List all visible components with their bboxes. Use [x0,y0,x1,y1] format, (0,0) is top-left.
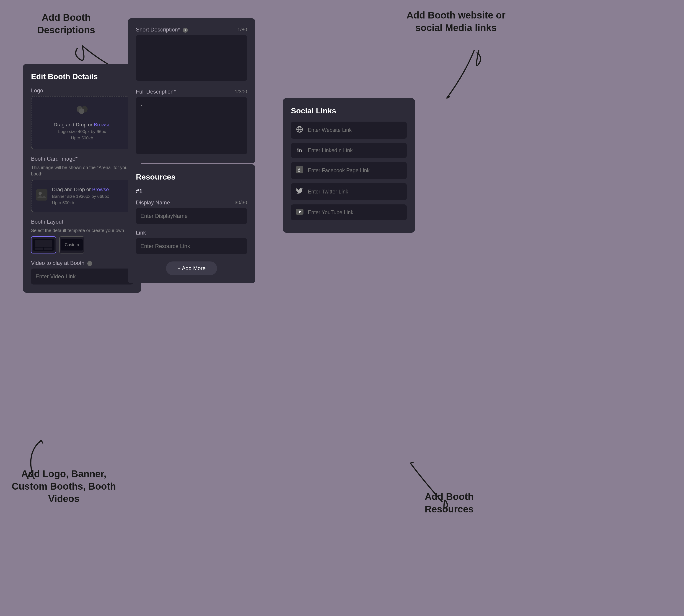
full-desc-section: Full Description* 1/300 . [136,89,247,155]
banner-size-text: Banner size 1936px by 668px [52,194,109,199]
layout-thumbnails: Custom [31,236,133,254]
youtube-icon [296,208,304,216]
mid-resources-panel: Resources #1 Display Name 30/30 Link + A… [128,164,255,283]
linkedin-icon: in [296,147,304,154]
svg-rect-8 [44,247,52,250]
layout-thumb-default-inner [32,239,54,251]
social-link-linkedin[interactable]: in [291,143,407,158]
logo-upload-text: Drag and Drop or Browse [36,122,128,128]
banner-text-col: Drag and Drop or Browse Banner size 1936… [52,186,109,205]
upload-icon [36,105,128,119]
svg-rect-7 [35,247,43,250]
booth-layout-section: Booth Layout Select the default template… [31,219,133,254]
add-more-button[interactable]: + Add More [166,261,217,275]
full-desc-textarea[interactable]: . [136,97,247,154]
resource-link-input[interactable] [136,238,247,254]
svg-rect-3 [36,189,47,201]
short-desc-info-icon: i [183,28,188,32]
mid-descriptions-panel: Short Description* i 1/80 Full Descripti… [128,18,255,163]
left-panel-edit-booth: Edit Booth Details Logo Drag and Drop or… [23,64,141,293]
video-input[interactable] [31,268,133,285]
linkedin-input[interactable] [308,147,402,154]
annotation-add-resources: Add Booth Resources [410,490,488,515]
booth-card-upload-box[interactable]: Drag and Drop or Browse Banner size 1936… [31,180,133,212]
banner-upto-text: Upto 500kb [52,200,109,205]
website-input[interactable] [308,127,402,133]
arrow-social [424,46,493,110]
layout-thumb-custom-inner: Custom [61,239,83,251]
booth-layout-subtitle: Select the default template or create yo… [31,227,133,234]
video-info-icon: i [87,261,92,266]
svg-point-4 [39,192,42,195]
full-desc-label-row: Full Description* 1/300 [136,89,247,95]
booth-card-subtitle: This image will be shown on the "Arena" … [31,164,133,177]
banner-browse-link[interactable]: Browse [92,186,109,192]
video-label: Video to play at Booth i [31,260,133,266]
social-link-youtube[interactable] [291,204,407,220]
display-name-input[interactable] [136,208,247,224]
social-link-facebook[interactable]: f [291,162,407,179]
logo-label: Logo [31,87,133,94]
full-desc-counter: 1/300 [235,89,247,95]
svg-text:f: f [298,167,300,173]
short-desc-section: Short Description* i 1/80 [136,26,247,82]
layout-thumb-custom-label: Custom [65,243,79,247]
facebook-icon: f [296,166,304,175]
annotation-add-logo-banner: Add Logo, Banner, Custom Booths, Booth V… [7,468,121,505]
website-icon [296,126,304,135]
resources-panel-title: Resources [136,173,247,181]
logo-upload-box[interactable]: Drag and Drop or Browse Logo size 400px … [31,96,133,149]
layout-thumb-default[interactable] [31,236,56,254]
social-link-twitter[interactable] [291,183,407,200]
logo-browse-link[interactable]: Browse [94,122,110,128]
booth-card-label: Booth Card Image* [31,156,133,162]
logo-upto-text: Upto 500kb [36,135,128,140]
banner-upload-icon [36,189,47,203]
short-desc-label-row: Short Description* i 1/80 [136,26,247,33]
svg-point-2 [79,108,84,114]
short-desc-textarea[interactable] [136,35,247,81]
facebook-input[interactable] [308,168,402,174]
layout-thumb-custom[interactable]: Custom [59,236,84,254]
social-link-website[interactable] [291,122,407,139]
logo-section: Logo Drag and Drop or Browse Logo size 4… [31,87,133,149]
booth-card-section: Booth Card Image* This image will be sho… [31,156,133,212]
twitter-input[interactable] [308,189,402,195]
annotation-add-booth-descriptions: Add Booth Descriptions [27,12,105,36]
short-desc-label: Short Description* i [136,26,188,33]
left-panel-title: Edit Booth Details [31,72,133,81]
display-name-counter: 30/30 [235,200,247,205]
right-social-panel: Social Links in f [283,98,415,233]
annotation-add-website-social: Add Booth website or social Media links [401,9,511,34]
resource-number: #1 [136,188,247,195]
logo-size-text: Logo size 400px by 96px [36,129,128,134]
resource-link-section: Link [136,229,247,254]
display-name-label-row: Display Name 30/30 [136,199,247,206]
youtube-input[interactable] [308,210,402,216]
display-name-section: Display Name 30/30 [136,199,247,224]
booth-layout-label: Booth Layout [31,219,133,225]
display-name-label: Display Name [136,199,170,206]
short-desc-counter: 1/80 [237,27,247,32]
full-desc-label: Full Description* [136,89,176,95]
banner-upload-text: Drag and Drop or Browse [52,186,109,193]
resource-link-label: Link [136,229,247,236]
social-panel-title: Social Links [291,106,407,115]
video-section: Video to play at Booth i [31,260,133,285]
twitter-icon [296,187,304,196]
svg-rect-6 [35,240,52,247]
